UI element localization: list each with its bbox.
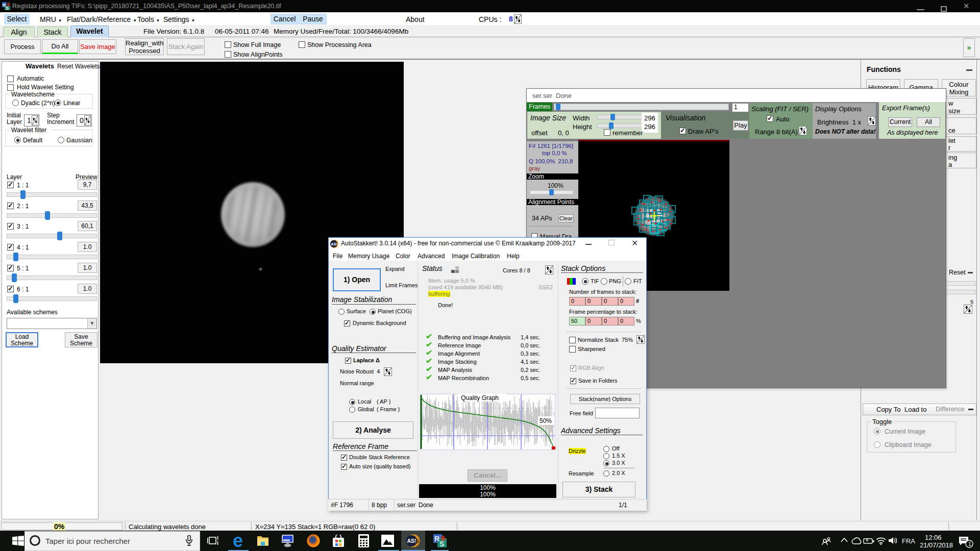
svg-text:50%: 50% bbox=[540, 417, 552, 424]
svg-text:3: 3 bbox=[416, 538, 419, 544]
svg-text:R: R bbox=[434, 535, 439, 543]
svg-text:1: 1 bbox=[968, 541, 971, 547]
svg-text:AS!: AS! bbox=[407, 538, 416, 544]
svg-text:Quality Graph: Quality Graph bbox=[461, 394, 499, 402]
svg-text:AS!: AS! bbox=[331, 242, 338, 246]
svg-text:6: 6 bbox=[7, 2, 10, 7]
svg-text:6: 6 bbox=[441, 534, 445, 542]
